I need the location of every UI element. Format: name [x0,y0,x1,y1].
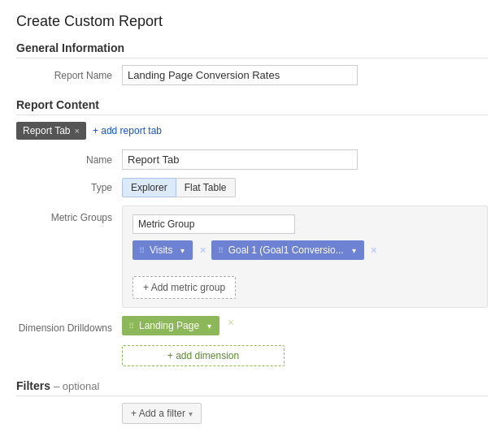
dimension-drilldowns-label: Dimension Drilldowns [16,316,122,334]
tab-close-button[interactable]: × [74,126,79,136]
add-metric-group-label: + Add metric group [143,282,225,293]
filters-heading: Filters – optional [16,379,488,396]
report-content-section: Report Content Report Tab × + add report… [16,98,488,366]
type-button-group: Explorer Flat Table [122,178,236,197]
visits-pill-arrow: ▾ [180,246,185,255]
general-information-section: General Information Report Name [16,41,488,85]
filters-optional-label: – optional [54,380,99,392]
tabs-bar: Report Tab × + add report tab [16,122,488,140]
metric-groups-label: Metric Groups [16,205,122,223]
metric-pills-container: ⠿ Visits ▾ × ⠿ Goal 1 (Goal1 Conversio..… [133,240,477,260]
report-name-row: Report Name [16,65,488,85]
landing-page-pill-remove[interactable]: × [228,316,234,329]
add-dimension-button[interactable]: + add dimension [122,345,285,366]
metric-pill-visits[interactable]: ⠿ Visits ▾ [133,240,193,260]
tab-name-input[interactable] [122,149,358,170]
visits-drag-handle: ⠿ [139,246,145,255]
landing-page-pill-label: Landing Page [139,320,199,331]
report-content-heading: Report Content [16,98,488,115]
dimension-pills-row: ⠿ Landing Page ▾ × [122,316,488,335]
type-label: Type [16,182,122,193]
metric-groups-row: Metric Groups ⠿ Visits ▾ × ⠿ Goal 1 (Goa… [16,205,488,308]
tab-name-row: Name [16,149,488,170]
dimension-pill-landing-page[interactable]: ⠿ Landing Page ▾ [122,316,219,335]
visits-pill-remove[interactable]: × [199,244,206,257]
report-name-input[interactable] [122,65,358,85]
add-dimension-label: + add dimension [167,350,239,361]
active-tab[interactable]: Report Tab × [16,122,86,140]
type-flat-table-button[interactable]: Flat Table [176,178,236,197]
goal1-pill-remove[interactable]: × [371,244,377,257]
dimension-area: ⠿ Landing Page ▾ × + add dimension [122,316,488,366]
type-row: Type Explorer Flat Table [16,178,488,197]
add-filter-button[interactable]: + Add a filter ▾ [122,403,202,424]
visits-pill-label: Visits [150,244,172,256]
landing-page-pill-arrow: ▾ [207,322,211,331]
metric-pill-goal1[interactable]: ⠿ Goal 1 (Goal1 Conversio... ▾ [211,240,364,260]
add-filter-arrow: ▾ [189,409,193,418]
add-report-tab-link[interactable]: + add report tab [93,125,162,136]
add-metric-group-button[interactable]: + Add metric group [133,276,236,299]
add-filter-row: + Add a filter ▾ [16,403,488,424]
tab-name-label: Name [16,154,122,166]
add-filter-label: + Add a filter [131,408,185,419]
active-tab-label: Report Tab [23,125,70,136]
landing-page-drag-handle: ⠿ [128,322,134,331]
type-explorer-button[interactable]: Explorer [122,178,176,197]
goal1-pill-label: Goal 1 (Goal1 Conversio... [228,244,344,256]
filters-section: Filters – optional + Add a filter ▾ [16,379,488,424]
goal1-drag-handle: ⠿ [218,246,224,255]
general-information-heading: General Information [16,41,488,58]
report-name-label: Report Name [16,70,122,81]
metric-groups-area: ⠿ Visits ▾ × ⠿ Goal 1 (Goal1 Conversio..… [122,205,488,308]
goal1-pill-arrow: ▾ [352,246,356,255]
metric-group-name-input[interactable] [133,214,295,234]
dimension-drilldowns-row: Dimension Drilldowns ⠿ Landing Page ▾ × … [16,316,488,366]
page-title: Create Custom Report [16,13,488,30]
